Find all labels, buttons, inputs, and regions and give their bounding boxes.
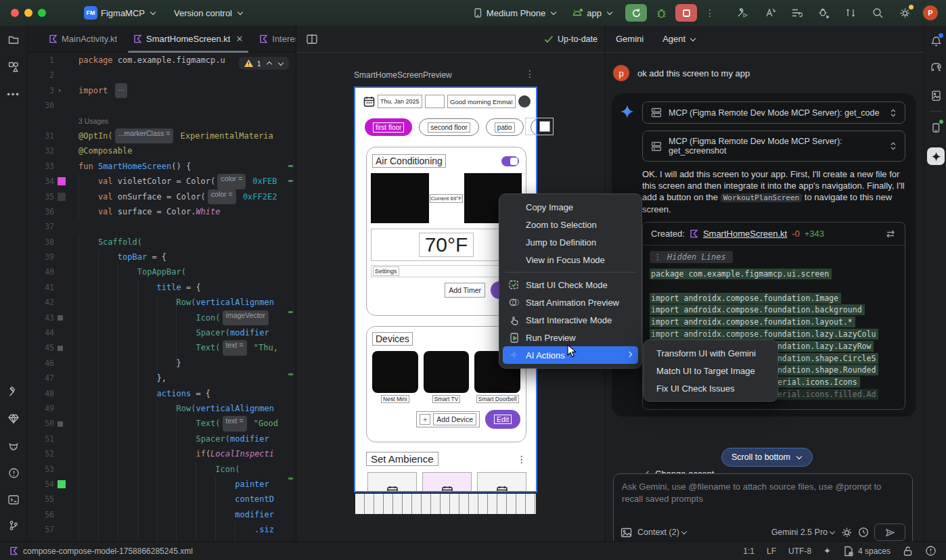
device-tile[interactable]: Smart TV: [424, 351, 470, 403]
chat-area[interactable]: p ok add this screen to my app MCP (Figm…: [605, 53, 924, 541]
code-line[interactable]: 41title = {: [27, 280, 296, 295]
hidden-lines-row[interactable]: ⋮Hidden Lines: [650, 251, 733, 263]
run-config-selector[interactable]: app: [572, 8, 613, 18]
menu-item-start-ui-check-mode[interactable]: Start UI Check Mode: [503, 276, 638, 294]
more-tool-windows-button[interactable]: •••: [6, 87, 21, 101]
diff-view-icon[interactable]: [884, 229, 897, 239]
gutter-color-swatch[interactable]: [58, 177, 66, 185]
debug-button[interactable]: [652, 4, 670, 22]
preview-layout-button[interactable]: [303, 30, 321, 48]
prev-inspection-icon[interactable]: [267, 62, 272, 67]
model-selector[interactable]: Gemini 2.5 Pro: [771, 528, 836, 537]
ambience-tile[interactable]: [422, 472, 472, 492]
code-line[interactable]: 45Text(text = "Thu,: [27, 340, 296, 355]
gutter-color-swatch[interactable]: [58, 193, 66, 201]
tab-agent[interactable]: Agent: [662, 34, 696, 44]
attach-debugger-button[interactable]: [815, 4, 832, 22]
created-file-link[interactable]: SmartHomeScreen.kt: [703, 229, 787, 239]
menu-item-start-interactive-mode[interactable]: Start Interactive Mode: [503, 311, 638, 329]
preview-options-button[interactable]: ⋮: [525, 69, 535, 78]
code-line[interactable]: 37: [27, 219, 296, 234]
ambience-options-button[interactable]: ⋮: [517, 454, 526, 464]
notifications-button[interactable]: [928, 34, 943, 49]
code-line[interactable]: 52if(LocalInspecti: [27, 446, 296, 461]
terminal-button[interactable]: [6, 492, 21, 507]
expand-icon[interactable]: [890, 141, 897, 151]
indent-settings[interactable]: 4 spaces: [843, 546, 891, 557]
rerun-button[interactable]: [625, 4, 647, 22]
gutter-color-swatch[interactable]: [58, 421, 63, 427]
code-line[interactable]: 38Scaffold(: [27, 235, 296, 250]
code-line[interactable]: 3›import ...: [27, 83, 296, 98]
menu-item-jump-to-definition[interactable]: Jump to Definition: [503, 233, 638, 251]
file-encoding[interactable]: UTF-8: [788, 546, 811, 556]
code-line[interactable]: 42Row(verticalAlignmen: [27, 295, 296, 310]
tab-mainactivity-kt[interactable]: MainActivity.kt: [41, 26, 125, 53]
code-line[interactable]: 3 Usages: [27, 114, 296, 129]
problems-button[interactable]: [6, 465, 21, 480]
gutter-color-swatch[interactable]: [58, 480, 66, 488]
tab-gemini[interactable]: Gemini: [616, 34, 644, 44]
code-line[interactable]: 43Icon(imageVector: [27, 310, 296, 325]
next-inspection-icon[interactable]: [278, 60, 284, 65]
cursor-position[interactable]: 1:1: [743, 546, 754, 556]
edit-button[interactable]: Edit: [485, 410, 520, 429]
history-icon[interactable]: [858, 527, 869, 538]
todo-list-button[interactable]: [788, 4, 805, 22]
code-line[interactable]: 36val surface = Color.White: [27, 204, 296, 219]
project-tool-button[interactable]: [6, 32, 21, 47]
code-line[interactable]: 48actions = {: [27, 386, 296, 401]
submenu-item-match-ui-to-target-image[interactable]: Match UI to Target Image: [647, 362, 774, 379]
layout-inspector-button[interactable]: [928, 88, 943, 103]
menu-item-start-animation-preview[interactable]: Start Animation Preview: [503, 294, 638, 311]
menu-item-copy-image[interactable]: Copy Image: [503, 198, 638, 216]
code-line[interactable]: 54painter: [27, 477, 296, 492]
code-line[interactable]: 47},: [27, 371, 296, 386]
warning-circle-icon[interactable]: [925, 545, 937, 557]
room-chip[interactable]: first floor: [365, 118, 412, 136]
maximize-window-button[interactable]: [38, 9, 46, 17]
add-device-button[interactable]: + Add Device: [416, 411, 480, 427]
code-line[interactable]: 35val onSurface = Color(color = 0xFF2E2: [27, 189, 296, 204]
context-selector[interactable]: Context (2): [637, 528, 688, 537]
line-ending[interactable]: LF: [767, 546, 776, 556]
logcat-button[interactable]: [6, 438, 21, 453]
code-line[interactable]: 44Spacer(modifier: [27, 325, 296, 340]
code-line[interactable]: 49Row(verticalAlignmen: [27, 401, 296, 416]
mcp-tool-card[interactable]: MCP (Figma Remote Dev Mode MCP Server):g…: [642, 131, 905, 162]
build-run-button[interactable]: [734, 4, 751, 22]
ai-status-icon[interactable]: ✦: [824, 546, 831, 556]
selection-handle[interactable]: [525, 118, 554, 135]
lock-open-icon[interactable]: [903, 546, 913, 557]
code-line[interactable]: 32@Composable: [27, 143, 296, 158]
scroll-to-bottom-button[interactable]: Scroll to bottom: [721, 448, 813, 467]
code-line[interactable]: 56modifier: [27, 507, 296, 522]
pull-request-button[interactable]: [842, 4, 859, 22]
close-tab-icon[interactable]: ✕: [235, 34, 243, 44]
code-editor[interactable]: 1package com.example.figmamcp.u23›import…: [27, 53, 296, 541]
app-insights-button[interactable]: [6, 411, 21, 426]
add-timer-button[interactable]: Add Timer: [445, 283, 485, 298]
tab-smarthomescreen-kt[interactable]: SmartHomeScreen.kt✕: [125, 26, 251, 53]
inspection-widget[interactable]: 1: [239, 57, 289, 70]
code-line[interactable]: 34val violetColor = Color(color = 0xFEB: [27, 174, 296, 189]
running-devices-button[interactable]: [928, 120, 943, 135]
status-file[interactable]: compose-compose-model-1758866285245.xml: [9, 546, 193, 556]
profile-button[interactable]: P: [923, 5, 938, 20]
resource-manager-button[interactable]: [6, 60, 21, 74]
sync-button[interactable]: [761, 4, 778, 22]
code-line[interactable]: 51Spacer(modifier: [27, 431, 296, 446]
attach-image-icon[interactable]: [621, 528, 632, 538]
ambience-tile[interactable]: [477, 472, 526, 492]
build-tool-button[interactable]: [6, 384, 21, 399]
vcs-menu[interactable]: Version control: [174, 8, 244, 18]
gradle-button[interactable]: [928, 60, 943, 74]
code-line[interactable]: 57.siz: [27, 522, 296, 537]
search-everywhere-button[interactable]: [869, 4, 886, 22]
code-line[interactable]: 53Icon(: [27, 462, 296, 477]
device-selector[interactable]: Medium Phone: [472, 7, 557, 18]
code-line[interactable]: 50Text(text = "Good: [27, 416, 296, 431]
gutter-color-swatch[interactable]: [58, 346, 63, 351]
close-window-button[interactable]: [11, 9, 19, 17]
code-line[interactable]: 46}: [27, 356, 296, 371]
